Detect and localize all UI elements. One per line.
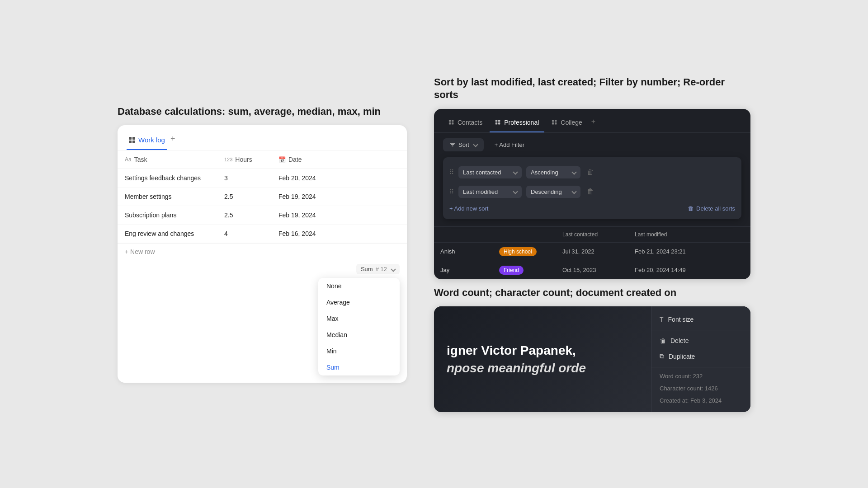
date-header: 📅 Date xyxy=(271,150,407,169)
sort-field-1[interactable]: Last contacted xyxy=(458,166,522,178)
last-modified-header: Last modified xyxy=(628,227,719,242)
delete-sort-2[interactable]: 🗑 xyxy=(585,186,596,197)
task-header: Aa Task xyxy=(118,150,217,169)
sort-row-1: ⠿ Last contacted Ascending 🗑 xyxy=(443,163,741,182)
number-icon: 123 xyxy=(224,157,232,162)
sort-tabs: Contacts Professional College xyxy=(434,109,750,133)
svg-rect-1 xyxy=(132,137,135,140)
calculation-dropdown: None Average Max Median Min Sum xyxy=(318,278,400,375)
median-option[interactable]: Median xyxy=(318,327,400,343)
sort-chevron-icon xyxy=(473,142,478,147)
min-option[interactable]: Min xyxy=(318,343,400,359)
duplicate-icon: ⧉ xyxy=(660,352,664,360)
delete-sort-1[interactable]: 🗑 xyxy=(585,166,596,178)
svg-rect-7 xyxy=(452,122,453,124)
left-panel: Database calculations: sum, average, med… xyxy=(118,105,407,383)
add-view-button[interactable]: + xyxy=(591,117,595,130)
last-contacted-header: Last contacted xyxy=(556,227,628,242)
professional-tab-label: Professional xyxy=(504,119,539,126)
svg-rect-2 xyxy=(129,141,132,143)
college-tab-label: College xyxy=(561,119,582,126)
table-row: Settings feedback changes 3 Feb 20, 2024 xyxy=(118,169,407,188)
db-tabs: Work log + xyxy=(118,125,407,150)
professional-grid-icon xyxy=(495,119,501,126)
font-size-menu-item[interactable]: T Font size xyxy=(651,312,750,327)
word-count-card: igner Victor Papanek, npose meaningful o… xyxy=(434,306,750,412)
delete-all-sorts-button[interactable]: 🗑 Delete all sorts xyxy=(688,205,735,212)
context-menu: T Font size 🗑 Delete ⧉ Duplicate Word co… xyxy=(651,306,750,412)
field-chevron-icon-2 xyxy=(513,189,518,194)
left-panel-title: Database calculations: sum, average, med… xyxy=(118,105,407,118)
anish-badge: High school xyxy=(499,247,537,256)
word-count-stat: Word count: 232 xyxy=(651,370,750,382)
doc-text-area: igner Victor Papanek, npose meaningful o… xyxy=(434,306,651,412)
worklog-tab[interactable]: Work log xyxy=(127,132,167,150)
duplicate-menu-item[interactable]: ⧉ Duplicate xyxy=(651,348,750,364)
sum-option[interactable]: Sum xyxy=(318,359,400,375)
add-filter-button[interactable]: + Add Filter xyxy=(488,138,531,151)
sort-data-table: Last contacted Last modified Anish High … xyxy=(434,226,750,279)
sort-toolbar: Sort + Add Filter xyxy=(434,133,750,157)
svg-rect-9 xyxy=(498,120,500,122)
calendar-icon: 📅 xyxy=(278,156,286,163)
created-at-stat: Created at: Feb 3, 2024 xyxy=(651,394,750,407)
contacts-tab-label: Contacts xyxy=(458,119,482,126)
menu-divider xyxy=(651,330,750,330)
contacts-tab[interactable]: Contacts xyxy=(443,115,488,132)
sort-field-2[interactable]: Last modified xyxy=(458,186,522,198)
order-chevron-icon xyxy=(571,170,576,175)
drag-handle-1[interactable]: ⠿ xyxy=(449,169,454,176)
new-row-button[interactable]: + New row xyxy=(118,243,407,260)
professional-tab[interactable]: Professional xyxy=(490,115,544,132)
svg-rect-8 xyxy=(495,120,497,122)
sort-button[interactable]: Sort xyxy=(443,138,484,151)
data-header-row: Last contacted Last modified xyxy=(434,227,750,243)
chevron-down-icon xyxy=(391,267,396,272)
svg-rect-15 xyxy=(555,122,557,124)
max-option[interactable]: Max xyxy=(318,310,400,327)
sum-row: Sum # 12 xyxy=(118,260,407,276)
char-count-stat: Character count: 1426 xyxy=(651,382,750,394)
font-size-icon: T xyxy=(660,316,664,323)
order-chevron-icon-2 xyxy=(571,189,576,194)
drag-handle-2[interactable]: ⠿ xyxy=(449,188,454,195)
table-header: Aa Task 123 Hours 📅 Date xyxy=(118,150,407,169)
sort-popup-footer: + Add new sort 🗑 Delete all sorts xyxy=(443,202,741,214)
right-panel: Sort by last modified, last created; Fil… xyxy=(434,76,750,413)
svg-rect-3 xyxy=(132,141,135,143)
sort-card: Contacts Professional College xyxy=(434,109,750,279)
add-tab-button[interactable]: + xyxy=(170,134,175,148)
svg-rect-10 xyxy=(495,122,497,124)
sort-order-1[interactable]: Ascending xyxy=(526,166,580,178)
menu-divider-2 xyxy=(651,367,750,367)
svg-rect-0 xyxy=(129,137,132,140)
jay-badge: Friend xyxy=(499,266,524,275)
average-option[interactable]: Average xyxy=(318,294,400,310)
doc-text-line2: npose meaningful orde xyxy=(447,359,638,377)
table-row: Member settings 2.5 Feb 19, 2024 xyxy=(118,188,407,206)
trash-icon: 🗑 xyxy=(688,205,693,212)
college-grid-icon xyxy=(552,119,558,126)
svg-rect-13 xyxy=(555,120,557,122)
table-row: Subscription plans 2.5 Feb 19, 2024 xyxy=(118,206,407,225)
sort-icon xyxy=(449,141,456,148)
word-count-title: Word count; character count; document cr… xyxy=(434,286,750,300)
svg-rect-4 xyxy=(449,120,451,122)
add-sort-button[interactable]: + Add new sort xyxy=(449,205,488,212)
delete-icon: 🗑 xyxy=(660,337,666,344)
sum-badge[interactable]: Sum # 12 xyxy=(356,264,400,274)
svg-rect-14 xyxy=(552,122,554,124)
data-row-anish: Anish High school Jul 31, 2022 Feb 21, 2… xyxy=(434,243,750,261)
data-row-jay: Jay Friend Oct 15, 2023 Feb 20, 2024 14:… xyxy=(434,261,750,279)
field-chevron-icon xyxy=(513,170,518,175)
sort-row-2: ⠿ Last modified Descending 🗑 xyxy=(443,182,741,202)
contacts-grid-icon xyxy=(448,119,455,126)
college-tab[interactable]: College xyxy=(546,115,587,132)
svg-rect-6 xyxy=(449,122,451,124)
hours-header: 123 Hours xyxy=(217,150,271,169)
sort-order-2[interactable]: Descending xyxy=(526,186,580,198)
svg-rect-5 xyxy=(452,120,453,122)
text-icon: Aa xyxy=(125,156,132,163)
delete-menu-item[interactable]: 🗑 Delete xyxy=(651,333,750,348)
none-option[interactable]: None xyxy=(318,278,400,294)
